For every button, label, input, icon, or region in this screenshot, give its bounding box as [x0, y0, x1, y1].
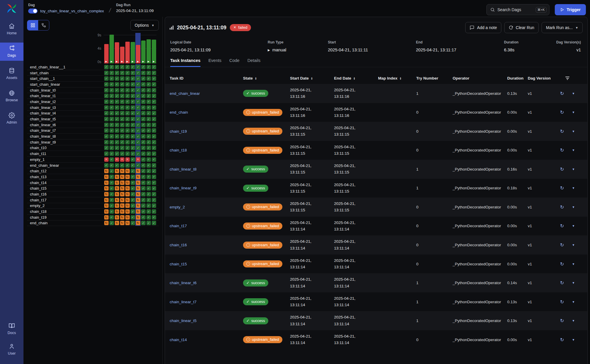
add-note-button[interactable]: Add a note [465, 22, 501, 33]
task-instance-cell-success[interactable]: ✓ [136, 76, 140, 81]
task-instance-cell-success[interactable]: ✓ [146, 100, 151, 104]
task-instance-cell-success[interactable]: ✓ [125, 134, 130, 139]
task-instance-cell-success[interactable]: ✓ [115, 94, 119, 98]
clear-task-icon[interactable]: ↻ [560, 129, 564, 134]
sidebar-item-dags[interactable]: Dags [0, 43, 23, 61]
task-instance-cell-success[interactable]: ✓ [152, 198, 156, 202]
task-instance-cell-success[interactable]: ✓ [115, 111, 119, 115]
task-instance-cell-success[interactable]: ✓ [136, 65, 140, 69]
task-instance-cell-success[interactable]: ✓ [109, 117, 114, 121]
clear-task-icon[interactable]: ↻ [560, 109, 564, 115]
run-column-10[interactable]: ▶ [151, 33, 156, 63]
task-instance-cell-success[interactable]: ✓ [131, 198, 135, 202]
task-instance-cell-upstream_failed[interactable]: ↻ [104, 186, 109, 191]
col-task-id[interactable]: Task ID [170, 76, 243, 80]
grid-task-name[interactable]: chain_t13 [27, 175, 104, 179]
task-instance-cell-success[interactable]: ✓ [109, 100, 114, 104]
task-instance-cell-success[interactable]: ✓ [141, 94, 146, 98]
task-instance-cell-success[interactable]: ✓ [109, 128, 114, 133]
task-instance-cell-success[interactable]: ✓ [136, 146, 140, 150]
task-instance-cell-success[interactable]: ✓ [109, 88, 114, 92]
task-instance-cell-upstream_failed[interactable]: ↻ [115, 169, 119, 173]
task-instance-cell-success[interactable]: ✓ [109, 71, 114, 75]
task-instance-cell-success[interactable]: ✓ [131, 192, 135, 196]
sidebar-item-home[interactable]: Home [0, 20, 23, 38]
task-instance-cell-success[interactable]: ✓ [146, 146, 151, 150]
task-instance-cell-success[interactable]: ✓ [131, 140, 135, 144]
task-instance-cell-success[interactable]: ✓ [146, 221, 151, 225]
task-instance-cell-success[interactable]: ✓ [152, 117, 156, 121]
task-instance-cell-success[interactable]: ✓ [146, 215, 151, 220]
task-instance-cell-upstream_failed[interactable]: ↻ [104, 169, 109, 173]
task-instance-cell-success[interactable]: ✓ [109, 94, 114, 98]
clear-task-icon[interactable]: ↻ [560, 280, 564, 286]
clear-task-icon[interactable]: ↻ [560, 299, 564, 305]
task-instance-cell-success[interactable]: ✓ [104, 94, 109, 98]
task-instance-cell-success[interactable]: ✓ [141, 105, 146, 110]
row-menu-caret-icon[interactable]: ▼ [572, 224, 575, 227]
task-instance-cell-success[interactable]: ✓ [109, 209, 114, 214]
task-instance-cell-success[interactable]: ✓ [131, 221, 135, 225]
task-instance-cell-success[interactable]: ✓ [120, 146, 124, 150]
run-column-9[interactable]: ▶ [146, 33, 151, 63]
task-instance-cell-upstream_failed[interactable]: ↻ [115, 186, 119, 191]
tab-details[interactable]: Details [247, 58, 260, 67]
task-instance-cell-upstream_failed[interactable]: ↻ [104, 203, 109, 208]
task-instance-cell-success[interactable]: ✓ [141, 175, 146, 179]
run-duration-bar[interactable]: ▶ [104, 44, 109, 63]
clear-task-icon[interactable]: ↻ [560, 242, 564, 248]
grid-task-name[interactable]: chain_linear_t2 [27, 100, 104, 104]
col-state[interactable]: State▲▼ [243, 76, 290, 80]
col-operator[interactable]: Operator [449, 76, 504, 80]
task-instance-cell-success[interactable]: ✓ [115, 134, 119, 139]
task-instance-cell-success[interactable]: ✓ [141, 117, 146, 121]
task-instance-cell-success[interactable]: ✓ [131, 123, 135, 127]
task-instance-cell-success[interactable]: ✓ [141, 88, 146, 92]
task-instance-cell-success[interactable]: ✓ [141, 157, 146, 162]
task-instance-cell-upstream_failed[interactable]: ↻ [136, 221, 140, 225]
run-column-3[interactable]: ▶ [114, 33, 119, 63]
grid-task-name[interactable]: start_chain__1 [27, 76, 104, 81]
task-instance-cell-success[interactable]: ✓ [136, 100, 140, 104]
task-instance-cell-success[interactable]: ✓ [131, 186, 135, 191]
task-instance-cell-upstream_failed[interactable]: ↻ [136, 198, 140, 202]
task-instance-cell-success[interactable]: ✓ [136, 117, 140, 121]
task-instance-cell-success[interactable]: ✓ [104, 146, 109, 150]
task-instance-cell-success[interactable]: ✓ [109, 186, 114, 191]
task-instance-cell-success[interactable]: ✓ [152, 163, 156, 168]
task-instance-cell-success[interactable]: ✓ [109, 76, 114, 81]
clear-task-icon[interactable]: ↻ [560, 223, 564, 229]
dag-name-link[interactable]: toy_chain_linear_vs_chain_complex [40, 9, 104, 13]
task-instance-cell-success[interactable]: ✓ [141, 221, 146, 225]
row-menu-caret-icon[interactable]: ▼ [572, 92, 575, 95]
task-instance-cell-success[interactable]: ✓ [146, 128, 151, 133]
task-instance-cell-success[interactable]: ✓ [125, 117, 130, 121]
task-instance-cell-success[interactable]: ✓ [146, 94, 151, 98]
task-instance-cell-success[interactable]: ✓ [131, 163, 135, 168]
run-column-7[interactable]: ▶ [135, 33, 141, 63]
task-instance-cell-success[interactable]: ✓ [120, 105, 124, 110]
sidebar-item-user[interactable]: User [0, 341, 23, 359]
task-instance-cell-upstream_failed[interactable]: ↻ [125, 209, 130, 214]
row-menu-caret-icon[interactable]: ▼ [572, 168, 575, 171]
task-instance-cell-upstream_failed[interactable]: ↻ [104, 192, 109, 196]
task-instance-cell-success[interactable]: ✓ [115, 117, 119, 121]
task-instance-cell-upstream_failed[interactable]: ↻ [136, 169, 140, 173]
task-instance-cell-success[interactable]: ✓ [131, 215, 135, 220]
task-instance-cell-success[interactable]: ✓ [115, 163, 119, 168]
grid-task-name[interactable]: chain_t16 [27, 192, 104, 196]
task-instance-cell-success[interactable]: ✓ [136, 151, 140, 156]
run-duration-bar[interactable]: ▶ [131, 42, 135, 63]
task-instance-cell-success[interactable]: ✓ [152, 175, 156, 179]
task-id-link[interactable]: chain_t14 [170, 338, 243, 342]
grid-task-name[interactable]: chain_linear_t0 [27, 88, 104, 92]
task-instance-cell-upstream_failed[interactable]: ↻ [125, 175, 130, 179]
task-id-link[interactable]: chain_t17 [170, 224, 243, 228]
task-instance-cell-success[interactable]: ✓ [131, 100, 135, 104]
clear-task-icon[interactable]: ↻ [560, 261, 564, 267]
task-instance-cell-success[interactable]: ✓ [146, 123, 151, 127]
task-instance-cell-success[interactable]: ✓ [141, 71, 146, 75]
grid-task-name[interactable]: start_chain_linear [27, 82, 104, 87]
task-instance-cell-success[interactable]: ✓ [109, 111, 114, 115]
grid-task-name[interactable]: chain_linear_t1 [27, 94, 104, 98]
